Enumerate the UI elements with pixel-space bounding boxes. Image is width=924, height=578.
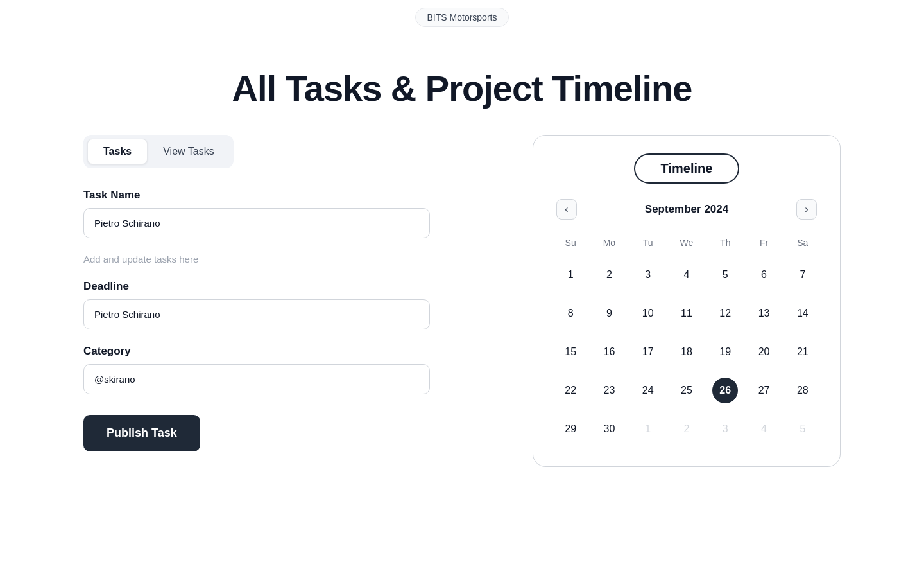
calendar-week-row: 15161718192021 — [551, 333, 822, 371]
calendar-day-cell[interactable]: 21 — [783, 333, 822, 371]
calendar-day-cell[interactable]: 22 — [551, 371, 590, 410]
calendar-day-cell[interactable]: 29 — [551, 410, 590, 448]
task-name-label: Task Name — [83, 189, 430, 202]
calendar-header-row: SuMoTuWeThFrSa — [551, 232, 822, 256]
page-title-section: All Tasks & Project Timeline — [0, 35, 924, 135]
calendar-day-cell[interactable]: 16 — [590, 333, 628, 371]
calendar-week-row: 22232425262728 — [551, 371, 822, 410]
calendar-day-cell[interactable]: 20 — [744, 333, 783, 371]
calendar-container: Timeline ‹ September 2024 › SuMoTuWeThFr… — [533, 135, 841, 467]
form-hint: Add and update tasks here — [83, 254, 430, 265]
calendar-day-cell[interactable]: 28 — [783, 371, 822, 410]
category-label: Category — [83, 345, 430, 358]
next-month-button[interactable]: › — [796, 199, 817, 220]
task-name-input[interactable] — [83, 208, 430, 238]
calendar-day-cell[interactable]: 8 — [551, 294, 590, 333]
calendar-day-cell[interactable]: 18 — [667, 333, 706, 371]
calendar-day-header: Tu — [629, 232, 667, 256]
calendar-day-cell[interactable]: 5 — [706, 256, 744, 294]
calendar-grid: SuMoTuWeThFrSa 1234567891011121314151617… — [551, 232, 822, 448]
brand-label: BITS Motorsports — [415, 8, 509, 27]
calendar-day-cell[interactable]: 25 — [667, 371, 706, 410]
calendar-day-header: Sa — [783, 232, 822, 256]
calendar-day-cell[interactable]: 13 — [744, 294, 783, 333]
calendar-day-cell[interactable]: 10 — [629, 294, 667, 333]
calendar-day-header: Fr — [744, 232, 783, 256]
calendar-day-cell[interactable]: 19 — [706, 333, 744, 371]
calendar-day-cell[interactable]: 30 — [590, 410, 628, 448]
task-name-group: Task Name — [83, 189, 430, 238]
calendar-day-cell[interactable]: 23 — [590, 371, 628, 410]
calendar-day-cell[interactable]: 1 — [551, 256, 590, 294]
calendar-day-header: Mo — [590, 232, 628, 256]
deadline-label: Deadline — [83, 280, 430, 293]
category-group: Category — [83, 345, 430, 394]
calendar-day-cell[interactable]: 5 — [783, 410, 822, 448]
calendar-week-row: 891011121314 — [551, 294, 822, 333]
calendar-day-cell[interactable]: 24 — [629, 371, 667, 410]
calendar-day-cell[interactable]: 15 — [551, 333, 590, 371]
chevron-right-icon: › — [805, 204, 808, 215]
calendar-day-cell[interactable]: 14 — [783, 294, 822, 333]
top-nav: BITS Motorsports — [0, 0, 924, 35]
calendar-day-cell[interactable]: 4 — [744, 410, 783, 448]
calendar-day-cell[interactable]: 26 — [706, 371, 744, 410]
calendar-day-cell[interactable]: 3 — [629, 256, 667, 294]
deadline-group: Deadline — [83, 280, 430, 329]
left-panel: Tasks View Tasks Task Name Add and updat… — [83, 135, 430, 451]
calendar-day-header: Su — [551, 232, 590, 256]
calendar-day-cell[interactable]: 4 — [667, 256, 706, 294]
deadline-input[interactable] — [83, 299, 430, 329]
calendar-day-cell[interactable]: 11 — [667, 294, 706, 333]
calendar-day-cell[interactable]: 3 — [706, 410, 744, 448]
category-input[interactable] — [83, 364, 430, 394]
calendar-day-cell[interactable]: 7 — [783, 256, 822, 294]
calendar-day-cell[interactable]: 2 — [667, 410, 706, 448]
month-label: September 2024 — [645, 203, 728, 216]
calendar-day-cell[interactable]: 6 — [744, 256, 783, 294]
tab-view-tasks[interactable]: View Tasks — [148, 139, 229, 164]
main-content: Tasks View Tasks Task Name Add and updat… — [0, 135, 924, 467]
tab-row: Tasks View Tasks — [83, 135, 234, 168]
calendar-day-header: We — [667, 232, 706, 256]
calendar-day-cell[interactable]: 17 — [629, 333, 667, 371]
calendar-day-cell[interactable]: 9 — [590, 294, 628, 333]
calendar-day-cell[interactable]: 1 — [629, 410, 667, 448]
calendar-day-cell[interactable]: 27 — [744, 371, 783, 410]
chevron-left-icon: ‹ — [565, 204, 568, 215]
page-title: All Tasks & Project Timeline — [0, 67, 924, 109]
calendar-day-cell[interactable]: 12 — [706, 294, 744, 333]
month-nav: ‹ September 2024 › — [551, 199, 822, 220]
calendar-title-row: Timeline — [551, 153, 822, 184]
publish-task-button[interactable]: Publish Task — [83, 415, 200, 451]
calendar-day-header: Th — [706, 232, 744, 256]
right-panel: Timeline ‹ September 2024 › SuMoTuWeThFr… — [533, 135, 841, 467]
tab-tasks[interactable]: Tasks — [87, 139, 148, 164]
prev-month-button[interactable]: ‹ — [556, 199, 577, 220]
calendar-body: 1234567891011121314151617181920212223242… — [551, 256, 822, 448]
calendar-week-row: 1234567 — [551, 256, 822, 294]
calendar-week-row: 293012345 — [551, 410, 822, 448]
calendar-title: Timeline — [634, 153, 740, 184]
calendar-day-cell[interactable]: 2 — [590, 256, 628, 294]
